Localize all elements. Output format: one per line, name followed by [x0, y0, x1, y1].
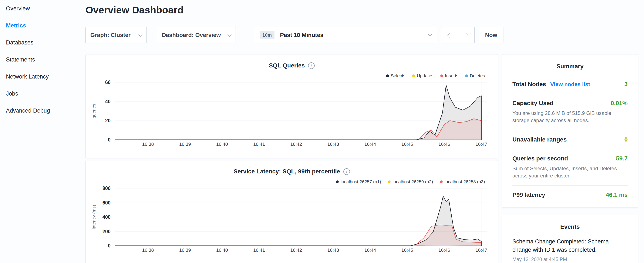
- svg-text:16:46: 16:46: [438, 141, 450, 147]
- svg-text:16:38: 16:38: [142, 141, 154, 147]
- svg-text:latency (ms): latency (ms): [92, 205, 96, 229]
- svg-text:16:45: 16:45: [402, 141, 413, 147]
- chevron-down-icon: [428, 33, 432, 36]
- svg-text:16:39: 16:39: [179, 141, 191, 147]
- metric-value: 46.1 ms: [606, 191, 628, 198]
- svg-text:16:40: 16:40: [216, 141, 228, 147]
- dashboard-dropdown[interactable]: Dashboard: Overview: [157, 27, 236, 43]
- graph-scope-dropdown[interactable]: Graph: Cluster: [86, 27, 147, 43]
- svg-text:16:39: 16:39: [179, 247, 191, 253]
- event-timestamp: May 13, 2020 at 4:45 PM: [512, 256, 628, 262]
- event-item[interactable]: Schema Change Completed: Schema change w…: [512, 237, 628, 262]
- summary-queries-per-second: Queries per second 59.7 Sum of Selects, …: [512, 149, 628, 185]
- now-button[interactable]: Now: [479, 27, 504, 43]
- sidebar-item-jobs[interactable]: Jobs: [0, 85, 84, 102]
- chevron-down-icon: [228, 33, 231, 36]
- summary-capacity-used: Capacity Used 0.01% You are using 28.6 M…: [512, 94, 628, 130]
- chevron-down-icon: [138, 33, 142, 36]
- svg-text:16:42: 16:42: [290, 247, 302, 253]
- metric-label: P99 latency: [512, 191, 545, 198]
- summary-p99-latency: P99 latency 46.1 ms: [512, 185, 628, 204]
- svg-text:16:43: 16:43: [327, 141, 339, 147]
- dashboard-controls: Graph: Cluster Dashboard: Overview 10m P…: [86, 27, 504, 43]
- svg-text:40: 40: [105, 99, 110, 104]
- time-forward-button[interactable]: [458, 27, 474, 43]
- svg-text:0: 0: [108, 243, 110, 248]
- svg-text:16:41: 16:41: [253, 247, 265, 253]
- svg-text:600: 600: [102, 200, 110, 205]
- sidebar-item-overview[interactable]: Overview: [0, 0, 84, 17]
- svg-text:16:46: 16:46: [438, 247, 450, 253]
- svg-text:200: 200: [102, 229, 110, 234]
- svg-text:16:40: 16:40: [216, 247, 228, 253]
- time-window-badge: 10m: [260, 31, 274, 39]
- svg-text:16:43: 16:43: [327, 247, 339, 253]
- page-title: Overview Dashboard: [86, 4, 184, 16]
- sidebar-item-statements[interactable]: Statements: [0, 51, 84, 68]
- svg-text:16:44: 16:44: [364, 247, 376, 253]
- summary-panel-title: Summary: [512, 55, 628, 70]
- svg-text:queries: queries: [92, 104, 96, 119]
- events-panel-title: Events: [512, 215, 628, 230]
- svg-text:16:42: 16:42: [290, 141, 302, 147]
- sql-queries-plot: 020406016:3816:3916:4016:4116:4216:4316:…: [86, 55, 498, 158]
- sidebar-item-advanced-debug[interactable]: Advanced Debug: [0, 102, 84, 119]
- sidebar-item-network-latency[interactable]: Network Latency: [0, 68, 84, 85]
- service-latency-plot: 020040060080016:3816:3916:4016:4116:4216…: [86, 160, 498, 263]
- svg-text:16:38: 16:38: [142, 247, 154, 253]
- sidebar-item-metrics[interactable]: Metrics: [0, 17, 84, 34]
- metric-value: 59.7: [616, 155, 628, 162]
- metric-label: Unavailable ranges: [512, 136, 566, 143]
- time-back-button[interactable]: [441, 27, 458, 43]
- event-message: Schema Change Completed: Schema change w…: [512, 237, 628, 254]
- svg-text:400: 400: [102, 214, 110, 220]
- svg-text:16:47: 16:47: [476, 247, 487, 253]
- chevron-left-icon: [447, 33, 452, 38]
- summary-unavailable-ranges: Unavailable ranges 0: [512, 130, 628, 149]
- summary-panel: Summary Total Nodes View nodes list 3 Ca…: [502, 54, 638, 208]
- svg-text:0: 0: [108, 137, 110, 143]
- svg-text:16:45: 16:45: [402, 247, 413, 253]
- metric-label: Total Nodes: [512, 81, 546, 88]
- svg-text:20: 20: [105, 118, 110, 123]
- service-latency-chart-card: Service Latency: SQL, 99th percentile i …: [86, 160, 498, 263]
- events-panel: Events Schema Change Completed: Schema c…: [502, 215, 638, 263]
- sidebar-item-databases[interactable]: Databases: [0, 34, 84, 51]
- sql-queries-chart-card: SQL Queries i SelectsUpdatesInsertsDelet…: [86, 54, 498, 158]
- metric-description: Sum of Selects, Updates, Inserts, and De…: [512, 165, 628, 179]
- time-step-buttons: [441, 27, 474, 43]
- svg-text:16:47: 16:47: [476, 141, 487, 147]
- metric-value: 0: [624, 136, 628, 143]
- summary-total-nodes: Total Nodes View nodes list 3: [512, 75, 628, 94]
- time-window-label: Past 10 Minutes: [280, 32, 428, 39]
- svg-text:16:44: 16:44: [364, 141, 376, 147]
- metric-description: You are using 28.6 MiB of 515.9 GiB usab…: [512, 110, 628, 124]
- svg-text:800: 800: [102, 185, 110, 191]
- svg-text:16:41: 16:41: [253, 141, 265, 147]
- metric-value: 0.01%: [611, 100, 628, 107]
- metric-label: Capacity Used: [512, 100, 554, 107]
- metric-value: 3: [624, 81, 628, 88]
- graph-scope-dropdown-label: Graph: Cluster: [90, 32, 130, 39]
- view-nodes-list-link[interactable]: View nodes list: [550, 81, 590, 88]
- svg-text:60: 60: [105, 80, 110, 85]
- dashboard-dropdown-label: Dashboard: Overview: [162, 32, 221, 39]
- metric-label: Queries per second: [512, 155, 568, 162]
- sidebar: Overview Metrics Databases Statements Ne…: [0, 0, 84, 119]
- chevron-right-icon: [464, 33, 468, 38]
- time-window-selector[interactable]: 10m Past 10 Minutes: [255, 27, 436, 43]
